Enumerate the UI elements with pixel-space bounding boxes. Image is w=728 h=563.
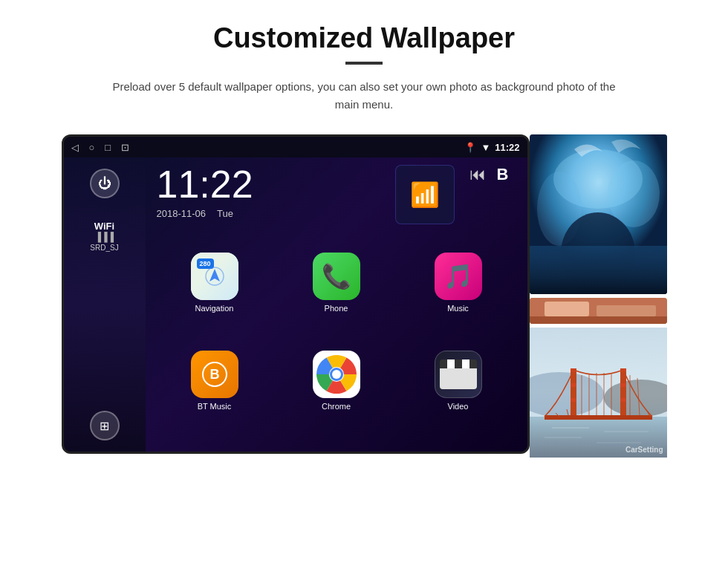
wifi-network-name: SRD_SJ [90, 244, 118, 252]
signal-icon: ▼ [481, 142, 490, 153]
app-item-navigation[interactable]: 280 Navigation [157, 253, 273, 345]
chrome-app-icon [313, 351, 360, 398]
home-circle-icon[interactable]: ○ [89, 142, 95, 153]
media-controls: ⏮ B [462, 165, 516, 184]
wallpaper-stack: CarSetting [530, 134, 667, 458]
top-bar: 11:22 2018-11-06 Tue 📶 ⏮ [146, 157, 527, 247]
power-button[interactable]: ⏻ [90, 169, 120, 198]
recents-icon[interactable]: □ [105, 142, 111, 153]
status-bar-left: ◁ ○ □ ⊡ [71, 142, 130, 153]
video-app-label: Video [448, 402, 469, 411]
apps-button[interactable]: ⊞ [90, 411, 120, 440]
app-item-bt-music[interactable]: B BT Music [157, 351, 273, 443]
location-icon: 📍 [464, 142, 476, 153]
wifi-signal-icon: 📶 [410, 180, 440, 209]
status-bar-right: 📍 ▼ 11:22 [464, 142, 519, 153]
status-bar: ◁ ○ □ ⊡ 📍 ▼ 11:22 [64, 137, 527, 157]
svg-rect-16 [597, 305, 656, 316]
page-container: Customized Wallpaper Preload over 5 defa… [0, 0, 728, 563]
svg-rect-25 [571, 398, 576, 402]
clock-time: 11:22 [157, 165, 380, 204]
music-app-icon: 🎵 [435, 253, 482, 300]
svg-rect-30 [545, 415, 652, 420]
screenshot-icon[interactable]: ⊡ [121, 142, 129, 153]
clock-day-value: Tue [217, 208, 233, 219]
svg-rect-17 [530, 316, 667, 324]
svg-rect-29 [620, 398, 626, 402]
status-time: 11:22 [495, 142, 519, 153]
phone-app-icon: 📞 [313, 253, 360, 300]
svg-text:B: B [209, 367, 219, 382]
power-icon: ⏻ [98, 176, 111, 192]
media-prev-icon[interactable]: ⏮ [469, 165, 486, 184]
app-item-phone[interactable]: 📞 Phone [279, 253, 394, 345]
video-app-icon [435, 351, 482, 398]
svg-marker-1 [209, 269, 220, 282]
svg-point-7 [332, 370, 341, 379]
back-arrow-icon[interactable]: ◁ [71, 142, 79, 153]
chrome-app-label: Chrome [322, 402, 351, 411]
app-grid: 280 Navigation 📞 [146, 247, 527, 452]
bt-music-app-icon: B [191, 351, 238, 398]
app-item-video[interactable]: Video [400, 351, 516, 443]
clapperboard [440, 359, 477, 389]
phone-app-label: Phone [325, 304, 348, 313]
widget-area: 📶 ⏮ B [395, 165, 516, 224]
media-track-label[interactable]: B [497, 165, 509, 184]
center-content: 11:22 2018-11-06 Tue 📶 ⏮ [146, 157, 527, 452]
clock-date: 2018-11-06 Tue [157, 208, 380, 219]
app-item-chrome[interactable]: Chrome [279, 351, 394, 443]
navigation-app-icon: 280 [191, 253, 238, 300]
svg-rect-28 [620, 383, 626, 387]
clock-section: 11:22 2018-11-06 Tue [157, 165, 380, 219]
wifi-label: WiFi [94, 221, 114, 232]
wifi-widget[interactable]: 📶 [395, 165, 455, 224]
app-item-music[interactable]: 🎵 Music [400, 253, 516, 345]
wallpaper-thumbnail-ice[interactable] [530, 134, 667, 294]
wallpaper-thumbnail-bridge[interactable]: CarSetting [530, 328, 667, 458]
svg-rect-15 [545, 302, 589, 316]
android-main: ⏻ WiFi ▐▐▐ SRD_SJ ⊞ [64, 157, 527, 452]
page-title: Customized Wallpaper [213, 22, 515, 54]
content-row: ◁ ○ □ ⊡ 📍 ▼ 11:22 ⏻ [45, 134, 683, 458]
svg-rect-13 [530, 246, 667, 294]
title-divider [345, 62, 383, 65]
wifi-bars-icon: ▐▐▐ [95, 232, 114, 242]
svg-rect-24 [571, 383, 576, 387]
sidebar: ⏻ WiFi ▐▐▐ SRD_SJ ⊞ [64, 157, 146, 452]
grid-icon: ⊞ [100, 419, 109, 433]
bt-music-app-label: BT Music [198, 402, 232, 411]
wallpaper-thumbnail-mini[interactable] [530, 298, 667, 324]
clock-date-value: 2018-11-06 [157, 208, 207, 219]
navigation-app-label: Navigation [195, 304, 234, 313]
ice-cave-image [530, 134, 667, 294]
wifi-info: WiFi ▐▐▐ SRD_SJ [90, 221, 118, 252]
car-setting-label: CarSetting [625, 446, 663, 454]
device-mockup: ◁ ○ □ ⊡ 📍 ▼ 11:22 ⏻ [62, 134, 530, 454]
page-description: Preload over 5 default wallpaper options… [104, 78, 624, 114]
watermark: Seicane [316, 450, 357, 454]
music-app-label: Music [447, 304, 469, 313]
